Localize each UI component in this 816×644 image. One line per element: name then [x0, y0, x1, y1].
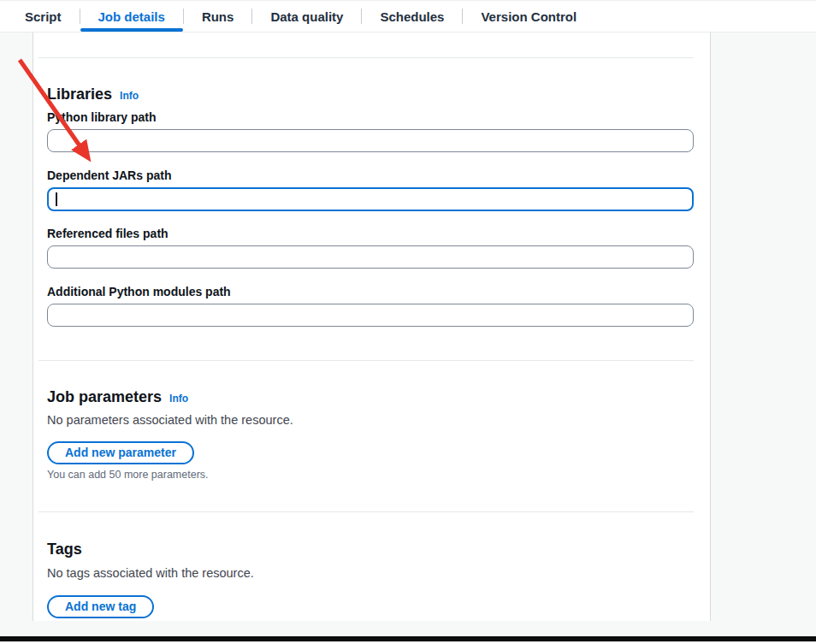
libraries-info-link[interactable]: Info [120, 86, 139, 106]
libraries-heading: Libraries Info [47, 84, 139, 106]
section-divider [38, 511, 694, 512]
additional-python-modules-path-label: Additional Python modules path [47, 286, 231, 298]
dependent-jars-path-label: Dependent JARs path [47, 169, 171, 182]
section-divider [38, 57, 694, 58]
add-new-tag-button[interactable]: Add new tag [47, 595, 154, 618]
add-new-parameter-button[interactable]: Add new parameter [47, 441, 194, 464]
parameters-limit-hint: You can add 50 more parameters. [47, 469, 209, 481]
tab-version-control[interactable]: Version Control [463, 1, 594, 32]
tab-bar: Script Job details Runs Data quality Sch… [0, 0, 816, 32]
tags-empty-text: No tags associated with the resource. [47, 565, 254, 581]
job-parameters-info-link[interactable]: Info [169, 388, 188, 409]
referenced-files-path-input[interactable] [47, 245, 694, 269]
job-parameters-heading-text: Job parameters [47, 387, 162, 407]
content-background: Libraries Info Python library path Depen… [0, 32, 816, 636]
tags-heading-text: Tags [47, 539, 82, 559]
text-cursor [56, 192, 57, 206]
tags-heading: Tags [47, 539, 82, 559]
job-details-panel: Libraries Info Python library path Depen… [33, 32, 711, 621]
tab-data-quality[interactable]: Data quality [252, 1, 361, 32]
python-library-path-label: Python library path [47, 111, 157, 124]
dependent-jars-path-input[interactable] [47, 187, 694, 211]
job-parameters-empty-text: No parameters associated with the resour… [47, 412, 293, 428]
section-divider [38, 360, 694, 361]
tab-runs[interactable]: Runs [184, 1, 252, 32]
python-library-path-input[interactable] [47, 129, 694, 152]
additional-python-modules-path-input[interactable] [47, 304, 694, 327]
tab-job-details[interactable]: Job details [80, 1, 183, 32]
tab-schedules[interactable]: Schedules [362, 1, 462, 32]
referenced-files-path-label: Referenced files path [47, 227, 169, 240]
job-parameters-heading: Job parameters Info [47, 387, 188, 409]
libraries-heading-text: Libraries [47, 84, 112, 104]
tab-script[interactable]: Script [7, 1, 80, 32]
window-bottom-edge [0, 636, 816, 641]
